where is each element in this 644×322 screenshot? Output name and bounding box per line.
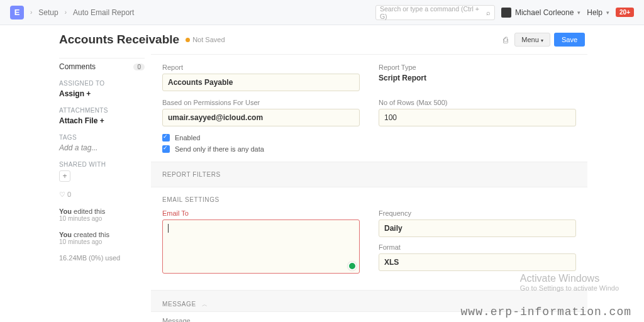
chevron-down-icon: ▾ xyxy=(606,9,609,16)
permissions-user-input[interactable]: umair.sayyed@icloud.com xyxy=(162,109,360,126)
help-menu[interactable]: Help ▾ xyxy=(587,8,609,17)
chevron-right-icon: › xyxy=(65,9,67,16)
avatar xyxy=(501,8,511,18)
enabled-checkbox[interactable]: Enabled xyxy=(162,134,576,142)
status-dot-icon xyxy=(186,38,190,42)
site-watermark: www.erp-information.com xyxy=(461,306,631,318)
attachments-heading: ATTACHMENTS xyxy=(59,107,145,114)
shared-with-heading: SHARED WITH xyxy=(59,161,145,168)
report-input[interactable]: Accounts Payable xyxy=(162,74,360,91)
chevron-down-icon: ▾ xyxy=(577,9,580,16)
search-icon: ⌕ xyxy=(486,9,491,16)
search-placeholder: Search or type a command (Ctrl + G) xyxy=(380,5,486,20)
edited-info: You You edited thisedited this 10 minute… xyxy=(59,208,145,222)
attach-file-button[interactable]: Attach File + xyxy=(59,116,145,125)
report-type-value: Script Report xyxy=(379,74,576,82)
email-to-label: Email To xyxy=(162,209,360,217)
comments-count: 0 xyxy=(133,64,145,70)
format-label: Format xyxy=(379,243,576,251)
report-filters-section[interactable]: REPORT FILTERS xyxy=(151,162,587,187)
save-status: Not Saved xyxy=(192,36,225,43)
email-settings-heading: EMAIL SETTINGS xyxy=(162,196,576,203)
chevron-down-icon: ▾ xyxy=(541,38,543,43)
frequency-select[interactable]: Daily xyxy=(379,219,576,237)
app-logo[interactable]: E xyxy=(10,6,24,19)
report-filters-heading: REPORT FILTERS xyxy=(162,171,576,178)
frequency-label: Frequency xyxy=(379,209,576,217)
email-to-textarea[interactable] xyxy=(162,219,360,274)
chevron-up-icon: ︿ xyxy=(202,301,208,308)
page-header: Accounts Receivable Not Saved ⎙ Menu ▾ S… xyxy=(57,25,587,54)
created-info: You You created thiscreated this 10 minu… xyxy=(59,231,145,245)
heart-icon: ♡ xyxy=(59,191,65,198)
notification-badge[interactable]: 20+ xyxy=(616,8,634,17)
report-label: Report xyxy=(162,64,360,71)
comments-label: Comments xyxy=(59,62,96,71)
rows-input[interactable]: 100 xyxy=(379,109,576,126)
send-only-if-data-checkbox[interactable]: Send only if there is any data xyxy=(162,145,576,153)
checkbox-checked-icon xyxy=(162,145,170,153)
help-label: Help xyxy=(587,8,602,17)
likes-row[interactable]: ♡ 0 xyxy=(59,191,145,199)
assign-button[interactable]: Assign + xyxy=(59,89,145,98)
tags-heading: TAGS xyxy=(59,134,145,141)
share-add-button[interactable]: + xyxy=(59,170,70,182)
global-search-input[interactable]: Search or type a command (Ctrl + G) ⌕ xyxy=(375,5,495,20)
windows-activation-watermark: Activate Windows Go to Settings to activ… xyxy=(520,273,619,292)
sidebar: Comments 0 ASSIGNED TO Assign + ATTACHME… xyxy=(57,54,151,322)
tags-input[interactable]: Add a tag... xyxy=(59,143,145,152)
grammarly-icon xyxy=(348,262,357,270)
print-icon[interactable]: ⎙ xyxy=(503,35,508,45)
assigned-to-heading: ASSIGNED TO xyxy=(59,80,145,87)
checkbox-checked-icon xyxy=(162,134,170,142)
menu-button[interactable]: Menu ▾ xyxy=(514,33,550,47)
chevron-right-icon: › xyxy=(30,9,32,16)
breadcrumb-setup[interactable]: Setup xyxy=(38,8,58,17)
user-menu[interactable]: Michael Corleone ▾ xyxy=(501,8,580,18)
breadcrumb-current[interactable]: Auto Email Report xyxy=(73,8,134,17)
top-navbar: E › Setup › Auto Email Report Search or … xyxy=(0,0,644,25)
format-select[interactable]: XLS xyxy=(379,253,576,271)
message-heading: MESSAGE xyxy=(162,301,196,308)
save-button[interactable]: Save xyxy=(554,33,585,47)
storage-info: 16.24MB (0%) used xyxy=(59,254,145,262)
rows-label: No of Rows (Max 500) xyxy=(379,99,576,106)
permissions-user-label: Based on Permissions For User xyxy=(162,99,360,106)
report-type-label: Report Type xyxy=(379,64,576,71)
user-name: Michael Corleone xyxy=(515,8,574,17)
page-title: Accounts Receivable xyxy=(59,33,179,47)
